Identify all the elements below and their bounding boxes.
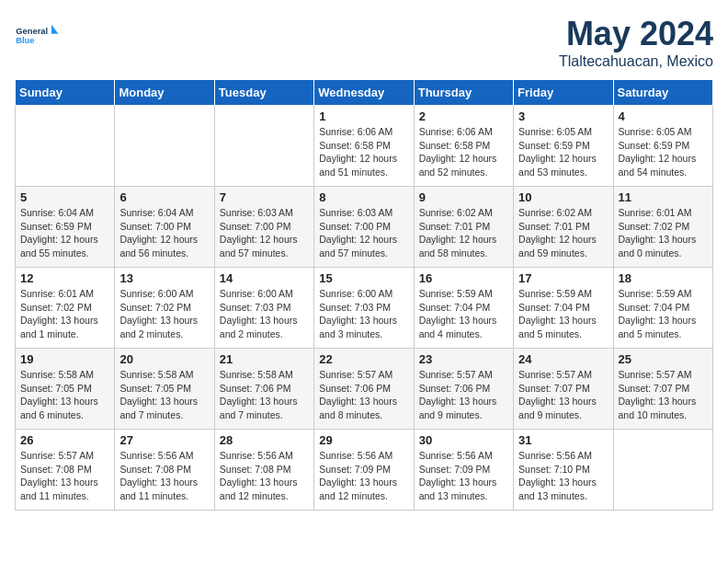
day-info: Sunrise: 5:58 AM Sunset: 7:05 PM Dayligh… [20,368,109,422]
calendar-cell: 29Sunrise: 5:56 AM Sunset: 7:09 PM Dayli… [314,430,414,511]
day-info: Sunrise: 6:06 AM Sunset: 6:58 PM Dayligh… [319,125,408,179]
day-number: 27 [119,433,209,447]
day-info: Sunrise: 5:58 AM Sunset: 7:05 PM Dayligh… [119,368,209,422]
calendar-table: SundayMondayTuesdayWednesdayThursdayFrid… [15,79,713,511]
svg-text:General: General [16,27,48,36]
day-info: Sunrise: 5:56 AM Sunset: 7:09 PM Dayligh… [419,449,508,503]
day-number: 5 [20,190,109,204]
day-number: 4 [619,109,708,123]
weekday-header: Sunday [16,80,115,106]
calendar-cell: 9Sunrise: 6:02 AM Sunset: 7:01 PM Daylig… [414,187,513,268]
day-number: 26 [20,433,109,447]
day-info: Sunrise: 6:05 AM Sunset: 6:59 PM Dayligh… [619,125,708,179]
calendar-cell: 11Sunrise: 6:01 AM Sunset: 7:02 PM Dayli… [613,187,712,268]
day-number: 16 [419,271,508,285]
calendar-cell: 31Sunrise: 5:56 AM Sunset: 7:10 PM Dayli… [514,430,613,511]
day-info: Sunrise: 5:59 AM Sunset: 7:04 PM Dayligh… [419,287,508,341]
day-info: Sunrise: 5:57 AM Sunset: 7:07 PM Dayligh… [518,368,608,422]
calendar-cell: 4Sunrise: 6:05 AM Sunset: 6:59 PM Daylig… [613,106,712,187]
day-info: Sunrise: 5:56 AM Sunset: 7:10 PM Dayligh… [518,449,608,503]
calendar-cell: 15Sunrise: 6:00 AM Sunset: 7:03 PM Dayli… [314,268,414,349]
day-number: 29 [319,433,408,447]
day-number: 28 [220,433,309,447]
calendar-week-row: 19Sunrise: 5:58 AM Sunset: 7:05 PM Dayli… [16,349,713,430]
day-number: 21 [220,352,309,366]
day-number: 7 [220,190,309,204]
calendar-cell: 23Sunrise: 5:57 AM Sunset: 7:06 PM Dayli… [414,349,513,430]
weekday-header: Friday [514,80,613,106]
day-info: Sunrise: 6:04 AM Sunset: 6:59 PM Dayligh… [20,206,109,260]
day-number: 31 [518,433,608,447]
day-number: 1 [319,109,408,123]
calendar-cell [115,106,214,187]
day-info: Sunrise: 5:57 AM Sunset: 7:06 PM Dayligh… [319,368,408,422]
day-info: Sunrise: 5:59 AM Sunset: 7:04 PM Dayligh… [518,287,608,341]
calendar-cell: 16Sunrise: 5:59 AM Sunset: 7:04 PM Dayli… [414,268,513,349]
day-number: 18 [619,271,708,285]
day-info: Sunrise: 5:57 AM Sunset: 7:07 PM Dayligh… [619,368,708,422]
day-number: 30 [419,433,508,447]
calendar-cell [214,106,313,187]
header-row: SundayMondayTuesdayWednesdayThursdayFrid… [16,80,713,106]
logo: General Blue [15,15,61,55]
weekday-header: Tuesday [214,80,313,106]
day-info: Sunrise: 5:59 AM Sunset: 7:04 PM Dayligh… [619,287,708,341]
calendar-cell: 8Sunrise: 6:03 AM Sunset: 7:00 PM Daylig… [314,187,414,268]
day-info: Sunrise: 6:06 AM Sunset: 6:58 PM Dayligh… [419,125,508,179]
day-info: Sunrise: 5:57 AM Sunset: 7:06 PM Dayligh… [419,368,508,422]
day-info: Sunrise: 6:03 AM Sunset: 7:00 PM Dayligh… [319,206,408,260]
calendar-cell: 18Sunrise: 5:59 AM Sunset: 7:04 PM Dayli… [613,268,712,349]
day-info: Sunrise: 6:02 AM Sunset: 7:01 PM Dayligh… [419,206,508,260]
day-info: Sunrise: 6:03 AM Sunset: 7:00 PM Dayligh… [220,206,309,260]
day-info: Sunrise: 6:04 AM Sunset: 7:00 PM Dayligh… [119,206,209,260]
weekday-header: Saturday [613,80,712,106]
weekday-header: Thursday [414,80,513,106]
calendar-cell: 21Sunrise: 5:58 AM Sunset: 7:06 PM Dayli… [214,349,313,430]
calendar-cell: 7Sunrise: 6:03 AM Sunset: 7:00 PM Daylig… [214,187,313,268]
day-number: 3 [518,109,608,123]
calendar-cell [16,106,115,187]
day-info: Sunrise: 5:57 AM Sunset: 7:08 PM Dayligh… [20,449,109,503]
calendar-cell: 5Sunrise: 6:04 AM Sunset: 6:59 PM Daylig… [16,187,115,268]
day-number: 20 [119,352,209,366]
day-info: Sunrise: 6:01 AM Sunset: 7:02 PM Dayligh… [20,287,109,341]
weekday-header: Wednesday [314,80,414,106]
calendar-cell: 30Sunrise: 5:56 AM Sunset: 7:09 PM Dayli… [414,430,513,511]
weekday-header: Monday [115,80,214,106]
day-number: 22 [319,352,408,366]
calendar-cell: 25Sunrise: 5:57 AM Sunset: 7:07 PM Dayli… [613,349,712,430]
day-number: 15 [319,271,408,285]
day-number: 10 [518,190,608,204]
svg-marker-2 [51,25,59,34]
calendar-cell [613,430,712,511]
day-info: Sunrise: 6:02 AM Sunset: 7:01 PM Dayligh… [518,206,608,260]
day-number: 24 [518,352,608,366]
calendar-cell: 3Sunrise: 6:05 AM Sunset: 6:59 PM Daylig… [514,106,613,187]
calendar-cell: 24Sunrise: 5:57 AM Sunset: 7:07 PM Dayli… [514,349,613,430]
calendar-cell: 10Sunrise: 6:02 AM Sunset: 7:01 PM Dayli… [514,187,613,268]
calendar-cell: 2Sunrise: 6:06 AM Sunset: 6:58 PM Daylig… [414,106,513,187]
calendar-cell: 17Sunrise: 5:59 AM Sunset: 7:04 PM Dayli… [514,268,613,349]
calendar-week-row: 5Sunrise: 6:04 AM Sunset: 6:59 PM Daylig… [16,187,713,268]
calendar-cell: 14Sunrise: 6:00 AM Sunset: 7:03 PM Dayli… [214,268,313,349]
day-number: 6 [119,190,209,204]
day-info: Sunrise: 5:56 AM Sunset: 7:08 PM Dayligh… [220,449,309,503]
day-number: 25 [619,352,708,366]
calendar-week-row: 26Sunrise: 5:57 AM Sunset: 7:08 PM Dayli… [16,430,713,511]
calendar-cell: 19Sunrise: 5:58 AM Sunset: 7:05 PM Dayli… [16,349,115,430]
title-block: May 2024 Tlaltecahuacan, Mexico [559,15,713,70]
day-info: Sunrise: 6:00 AM Sunset: 7:02 PM Dayligh… [119,287,209,341]
day-number: 8 [319,190,408,204]
day-number: 9 [419,190,508,204]
day-info: Sunrise: 5:56 AM Sunset: 7:08 PM Dayligh… [119,449,209,503]
calendar-cell: 20Sunrise: 5:58 AM Sunset: 7:05 PM Dayli… [115,349,214,430]
svg-text:Blue: Blue [16,36,34,45]
day-number: 23 [419,352,508,366]
location-title: Tlaltecahuacan, Mexico [559,53,713,70]
calendar-cell: 6Sunrise: 6:04 AM Sunset: 7:00 PM Daylig… [115,187,214,268]
logo-svg: General Blue [15,15,61,55]
day-info: Sunrise: 6:00 AM Sunset: 7:03 PM Dayligh… [319,287,408,341]
month-title: May 2024 [559,15,713,53]
calendar-cell: 22Sunrise: 5:57 AM Sunset: 7:06 PM Dayli… [314,349,414,430]
day-info: Sunrise: 5:58 AM Sunset: 7:06 PM Dayligh… [220,368,309,422]
